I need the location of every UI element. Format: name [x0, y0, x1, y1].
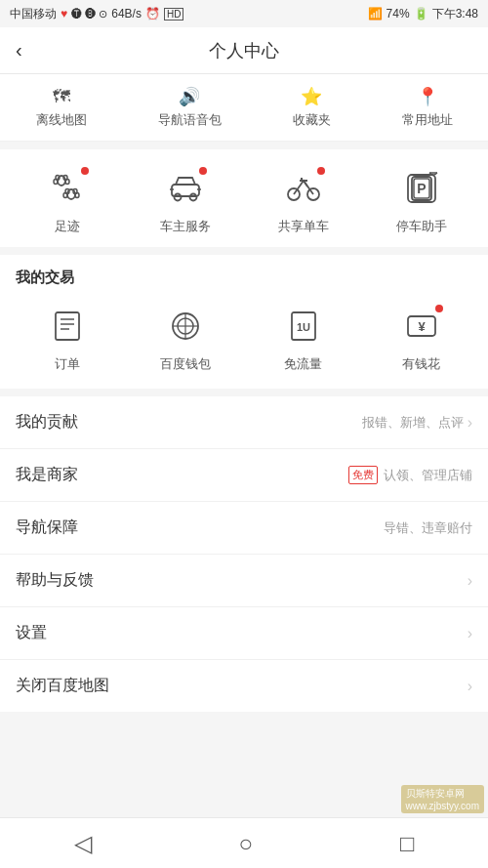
svg-point-4 — [65, 180, 69, 185]
free-badge: 免费 — [348, 466, 378, 484]
contribution-right: 报错、新增、点评 › — [362, 414, 472, 432]
help-feedback-chevron-icon: › — [468, 572, 472, 590]
wallet-icon-wrapper — [162, 303, 209, 350]
common-address-icon: 📍 — [417, 86, 438, 107]
contribution-item[interactable]: 我的贡献 报错、新增、点评 › — [0, 396, 488, 449]
time-label: 下午3:48 — [432, 6, 478, 22]
heart-icon: ♥ — [61, 7, 67, 21]
free-data-icon: 1U — [286, 309, 321, 344]
watermark: 贝斯特安卓网 www.zjbstyy.com — [401, 785, 484, 813]
back-button[interactable]: ‹ — [16, 39, 22, 62]
loan-red-dot — [435, 305, 443, 312]
loan-icon: ¥ — [404, 309, 439, 344]
order-icon — [50, 309, 85, 344]
merchant-right: 免费 认领、管理店铺 — [348, 466, 472, 484]
footprint-label: 足迹 — [55, 218, 80, 235]
loan-item[interactable]: ¥ 有钱花 — [383, 303, 461, 373]
quick-nav: 🗺 离线地图 🔊 导航语音包 ⭐ 收藏夹 📍 常用地址 — [0, 74, 488, 142]
parking-icon-wrapper: P — [398, 165, 445, 212]
bike-share-item[interactable]: 共享单车 — [264, 165, 343, 235]
navigation-support-label: 导航保障 — [16, 517, 78, 538]
merchant-item[interactable]: 我是商家 免费 认领、管理店铺 — [0, 449, 488, 502]
header: ‹ 个人中心 — [0, 27, 488, 74]
help-feedback-item[interactable]: 帮助与反馈 › — [0, 555, 488, 607]
parking-icon: P — [404, 171, 439, 206]
loan-icon-wrapper: ¥ — [398, 303, 445, 350]
footprint-icon-wrapper — [44, 165, 91, 212]
home-nav-button[interactable]: ○ — [224, 822, 269, 865]
merchant-right-text: 认领、管理店铺 — [384, 467, 472, 484]
close-map-item[interactable]: 关闭百度地图 › — [0, 660, 488, 712]
service-icons-section: 足迹 车主服务 — [0, 149, 488, 247]
navigation-support-right-text: 导错、违章赔付 — [384, 519, 472, 537]
merchant-label: 我是商家 — [16, 465, 78, 485]
order-item[interactable]: 订单 — [28, 303, 106, 373]
quick-nav-favorites[interactable]: ⭐ 收藏夹 — [293, 86, 331, 129]
svg-text:1U: 1U — [296, 321, 309, 333]
free-data-icon-wrapper: 1U — [280, 303, 327, 350]
common-address-label: 常用地址 — [402, 111, 453, 129]
loan-label: 有钱花 — [402, 355, 440, 373]
svg-rect-24 — [56, 312, 79, 340]
status-left: 中国移动 ♥ 🅣 🅑 ⊙ 64B/s ⏰ HD — [10, 6, 183, 22]
bike-share-icon-wrapper — [280, 165, 327, 212]
watermark-url: www.zjbstyy.com — [406, 801, 479, 811]
favorites-icon: ⭐ — [301, 86, 322, 107]
order-label: 订单 — [55, 355, 80, 373]
car-service-icon-wrapper — [162, 165, 209, 212]
settings-right: › — [468, 625, 472, 642]
footprint-red-dot — [81, 167, 89, 175]
bike-share-label: 共享单车 — [278, 218, 329, 235]
svg-text:P: P — [417, 181, 426, 196]
contribution-right-text: 报错、新增、点评 — [362, 414, 464, 432]
page-title: 个人中心 — [209, 39, 279, 62]
settings-item[interactable]: 设置 › — [0, 607, 488, 660]
svg-text:¥: ¥ — [418, 319, 426, 334]
wallet-item[interactable]: 百度钱包 — [146, 303, 224, 373]
quick-nav-offline-map[interactable]: 🗺 离线地图 — [36, 87, 87, 129]
svg-point-8 — [63, 193, 67, 198]
close-map-right: › — [468, 678, 472, 695]
bike-share-red-dot — [317, 167, 325, 175]
app-icons: 🅣 🅑 ⊙ — [71, 8, 107, 21]
close-map-label: 关闭百度地图 — [16, 676, 109, 696]
list-section: 我的贡献 报错、新增、点评 › 我是商家 免费 认领、管理店铺 导航保障 导错、… — [0, 396, 488, 712]
navigation-support-item[interactable]: 导航保障 导错、违章赔付 — [0, 502, 488, 555]
settings-chevron-icon: › — [468, 625, 472, 642]
free-data-label: 免流量 — [284, 355, 322, 373]
wallet-icon — [168, 309, 203, 344]
status-right: 📶 74% 🔋 下午3:48 — [368, 6, 478, 22]
transaction-title: 我的交易 — [0, 255, 488, 295]
hd-icon: HD — [164, 8, 183, 21]
svg-point-3 — [54, 180, 58, 185]
parking-label: 停车助手 — [396, 218, 447, 235]
svg-point-11 — [174, 194, 181, 201]
wallet-label: 百度钱包 — [160, 355, 211, 373]
speed-label: 64B/s — [111, 7, 142, 21]
battery-label: 74% — [386, 7, 410, 21]
carrier-label: 中国移动 — [10, 6, 57, 22]
back-nav-button[interactable]: ◁ — [59, 822, 107, 865]
parking-item[interactable]: P 停车助手 — [383, 165, 461, 235]
recent-nav-button[interactable]: □ — [385, 822, 430, 865]
offline-map-icon: 🗺 — [53, 87, 70, 107]
favorites-label: 收藏夹 — [293, 111, 331, 129]
offline-map-label: 离线地图 — [36, 111, 87, 129]
free-data-item[interactable]: 1U 免流量 — [264, 303, 343, 373]
bottom-nav-bar: ◁ ○ □ — [0, 817, 488, 868]
quick-nav-common-address[interactable]: 📍 常用地址 — [402, 86, 453, 129]
wifi-icon: 📶 — [368, 7, 383, 21]
quick-nav-voice-pack[interactable]: 🔊 导航语音包 — [158, 86, 222, 129]
service-icons-grid: 足迹 车主服务 — [0, 165, 488, 235]
clock-icon: ⏰ — [145, 7, 160, 21]
battery-icon: 🔋 — [414, 7, 428, 21]
svg-point-12 — [189, 194, 196, 201]
footprint-item[interactable]: 足迹 — [28, 165, 106, 235]
contribution-chevron-icon: › — [468, 414, 472, 432]
transaction-section: 我的交易 订单 — [0, 255, 488, 389]
voice-pack-label: 导航语音包 — [158, 111, 222, 129]
help-feedback-label: 帮助与反馈 — [16, 570, 94, 591]
close-map-chevron-icon: › — [468, 678, 472, 695]
bike-share-icon — [286, 171, 321, 206]
car-service-item[interactable]: 车主服务 — [146, 165, 224, 235]
